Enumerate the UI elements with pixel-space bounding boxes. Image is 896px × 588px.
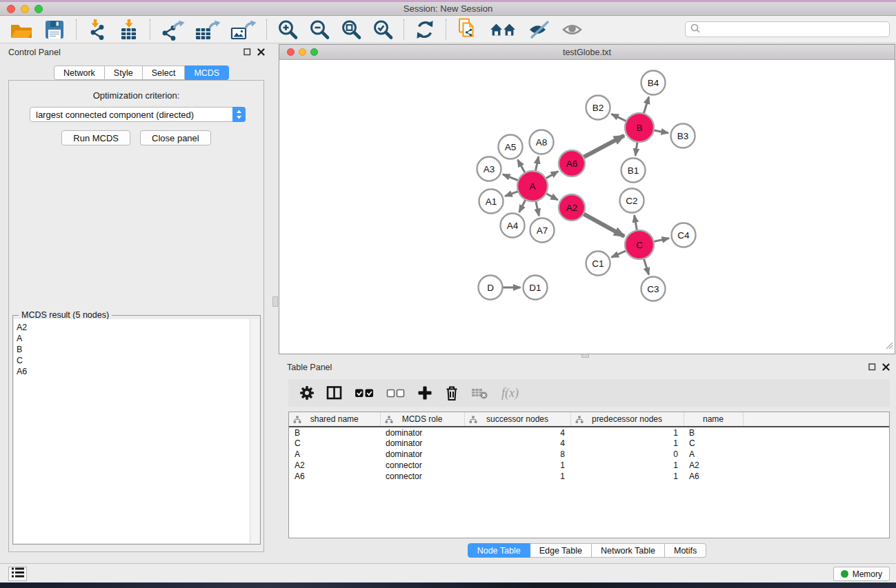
add-entry-icon[interactable] [417,385,432,401]
zoom-fit-icon[interactable] [340,19,362,41]
table-cell[interactable]: B [289,427,380,438]
graph-node-A4[interactable]: A4 [501,214,525,238]
table-row[interactable]: A2connector11A2 [289,460,889,471]
table-cell[interactable]: 1 [464,471,570,482]
tab-select[interactable]: Select [143,65,186,80]
table-cell[interactable]: 1 [570,471,684,482]
resize-grip-icon[interactable] [884,340,893,352]
table-cell[interactable]: A2 [684,460,743,471]
tab-edge-table[interactable]: Edge Table [530,543,592,558]
mcds-result-item[interactable]: A [17,333,250,344]
tab-style[interactable]: Style [105,65,143,80]
graph-node-C1[interactable]: C1 [586,252,610,276]
tab-network-table[interactable]: Network Table [592,543,665,558]
gear-icon[interactable] [299,385,315,401]
graph-node-A1[interactable]: A1 [479,190,504,214]
graph-node-B[interactable]: B [625,113,654,142]
close-window-light[interactable] [7,5,15,13]
memory-button[interactable]: Memory [833,567,890,581]
graph-node-A[interactable]: A [517,171,548,201]
table-row[interactable]: Adominator80A [289,449,889,460]
network-close-light[interactable] [287,48,295,56]
zoom-in-icon[interactable] [277,19,299,41]
result-scrollbar[interactable] [250,319,259,543]
close-table-panel-icon[interactable] [882,361,890,374]
table-cell[interactable]: dominator [380,438,464,449]
graph-node-A8[interactable]: A8 [530,130,554,154]
tab-network[interactable]: Network [54,65,105,80]
refresh-icon[interactable] [414,19,436,41]
column-header-successor-nodes[interactable]: successor nodes [464,412,570,427]
table-cell[interactable]: A6 [684,471,743,482]
graph-node-B3[interactable]: B3 [671,124,695,148]
hide-annotations-icon[interactable] [528,19,551,40]
tab-mcds[interactable]: MCDS [185,65,229,80]
graph-node-C[interactable]: C [625,230,654,259]
network-minimize-light[interactable] [299,48,306,56]
table-cell[interactable]: C [684,438,743,449]
task-history-button[interactable] [8,567,27,581]
graph-node-B2[interactable]: B2 [586,96,610,120]
criterion-dropdown[interactable]: largest connected component (directed) [30,107,246,122]
graph-node-A2[interactable]: A2 [559,194,585,221]
mcds-result-item[interactable]: A2 [17,322,250,333]
network-zoom-light[interactable] [310,48,318,56]
table-cell[interactable]: dominator [380,427,464,438]
network-from-file-icon[interactable] [456,18,479,41]
tab-node-table[interactable]: Node Table [468,543,530,558]
graph-node-C2[interactable]: C2 [620,189,644,213]
table-cell[interactable]: A2 [289,460,380,471]
mcds-result-item[interactable]: B [17,344,250,355]
table-cell[interactable]: C [289,438,380,449]
float-table-panel-icon[interactable] [868,361,876,374]
table-cell[interactable]: A [684,449,743,460]
graph-node-A5[interactable]: A5 [499,135,523,159]
table-cell[interactable]: dominator [380,449,464,460]
show-graphics-icon[interactable] [561,19,584,40]
import-table-icon[interactable] [118,19,140,41]
column-header-name[interactable]: name [684,412,743,427]
vertical-splitter-handle[interactable] [272,296,278,307]
table-cell[interactable]: 4 [464,427,570,438]
zoom-selected-icon[interactable] [372,19,394,41]
minimize-window-light[interactable] [21,5,29,13]
table-cell[interactable]: 1 [570,460,684,471]
column-view-icon[interactable] [326,385,343,401]
table-cell[interactable]: 4 [464,438,570,449]
search-box[interactable] [685,21,890,37]
table-cell[interactable]: 1 [464,460,570,471]
column-header-shared-name[interactable]: shared name [289,412,380,427]
cytoscape-homes-icon[interactable] [489,19,518,40]
table-cell[interactable]: connector [380,460,464,471]
mcds-result-item[interactable]: C [17,355,250,366]
graph-node-A3[interactable]: A3 [477,157,501,181]
table-row[interactable]: Cdominator41C [289,438,889,449]
float-panel-icon[interactable] [243,46,251,59]
zoom-out-icon[interactable] [308,19,330,41]
close-panel-icon[interactable] [257,46,265,59]
table-row[interactable]: A6connector11A6 [289,471,889,482]
graph-node-D1[interactable]: D1 [524,276,548,300]
graph-node-B1[interactable]: B1 [621,159,646,183]
column-header-predecessor-nodes[interactable]: predecessor nodes [570,412,684,427]
run-mcds-button[interactable]: Run MCDS [61,130,130,145]
zoom-window-light[interactable] [34,5,43,13]
deselect-all-icon[interactable] [386,385,406,401]
function-builder-icon[interactable]: f(x) [501,385,526,401]
table-cell[interactable]: 1 [570,427,684,438]
table-cell[interactable]: 1 [570,438,684,449]
search-input[interactable] [701,23,885,36]
table-cell[interactable]: connector [380,471,464,482]
graph-node-C3[interactable]: C3 [641,277,666,301]
network-canvas[interactable]: AA1A2A3A4A5A6A7A8BB1B2B3B4CC1C2C3C4DD1 [279,60,895,354]
table-cell[interactable]: A [289,449,380,460]
delete-entry-icon[interactable] [444,385,459,401]
table-cell[interactable]: A6 [289,471,380,482]
export-image-icon[interactable] [230,19,257,41]
graph-node-D[interactable]: D [479,276,503,300]
export-table-icon[interactable] [195,19,221,41]
export-network-icon[interactable] [160,19,185,41]
table-cell[interactable]: 8 [464,449,570,460]
close-panel-button[interactable]: Close panel [140,130,211,145]
graph-node-A7[interactable]: A7 [530,219,555,243]
